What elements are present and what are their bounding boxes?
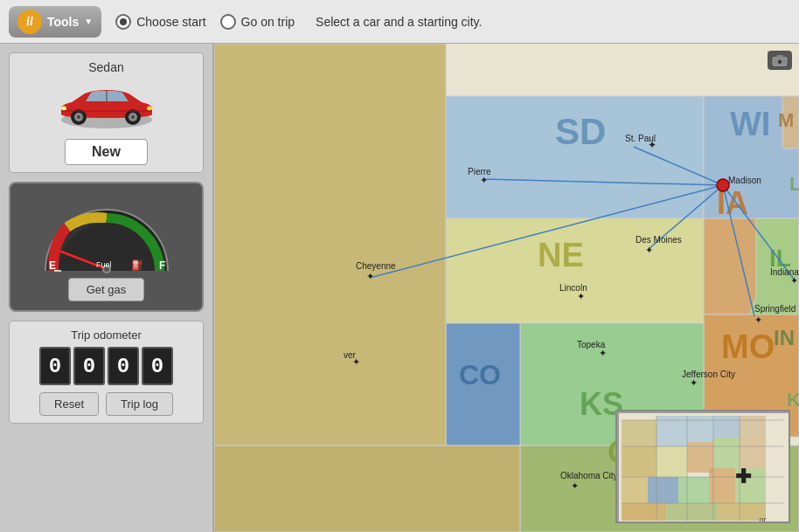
svg-point-9	[147, 107, 152, 111]
map-area[interactable]: SD WI NE IA IL IN MO KS CO OK M	[214, 44, 799, 532]
svg-text:✚: ✚	[735, 466, 752, 487]
svg-text:⛽: ⛽	[131, 259, 143, 271]
svg-text:Oklahoma City: Oklahoma City	[560, 471, 618, 480]
svg-rect-84	[678, 477, 709, 503]
svg-point-8	[61, 107, 66, 111]
svg-rect-85	[709, 468, 735, 503]
svg-text:...or: ...or	[753, 515, 767, 523]
svg-rect-80	[713, 438, 740, 468]
svg-text:✦: ✦	[754, 314, 762, 325]
fuel-section: E F Fuel ⛽ Get gas	[9, 182, 204, 312]
odometer-title: Trip odometer	[17, 328, 196, 342]
svg-rect-72	[622, 420, 657, 446]
status-text: Select a car and a starting city.	[316, 15, 482, 29]
left-panel: Sedan	[0, 44, 214, 532]
svg-rect-70	[777, 55, 783, 59]
camera-icon[interactable]	[768, 51, 792, 70]
svg-text:✦: ✦	[577, 291, 585, 301]
svg-text:✦: ✦	[480, 175, 488, 185]
new-car-button[interactable]: New	[65, 139, 148, 165]
svg-rect-74	[687, 416, 713, 442]
svg-text:NE: NE	[538, 237, 584, 273]
svg-text:WI: WI	[730, 106, 770, 142]
odometer-digit-1: 0	[39, 347, 71, 385]
svg-text:MO: MO	[721, 328, 775, 365]
svg-point-69	[778, 60, 782, 64]
svg-text:F: F	[159, 259, 165, 272]
svg-rect-82	[622, 477, 648, 503]
svg-point-7	[131, 115, 135, 119]
svg-text:✦: ✦	[352, 356, 360, 367]
svg-rect-76	[740, 416, 766, 438]
svg-rect-87	[622, 503, 665, 521]
svg-point-41	[717, 179, 729, 191]
svg-text:K: K	[787, 389, 799, 411]
top-bar: il Tools ▼ Choose start Go on trip Selec…	[0, 0, 799, 44]
svg-text:Springfield: Springfield	[754, 304, 796, 314]
svg-text:Cheyenne: Cheyenne	[356, 261, 396, 271]
odometer-digit-2: 0	[73, 347, 105, 385]
svg-text:✦: ✦	[645, 245, 653, 255]
odometer-digit-3: 0	[108, 347, 139, 385]
car-image	[54, 79, 159, 132]
svg-text:✦: ✦	[366, 271, 374, 281]
get-gas-button[interactable]: Get gas	[68, 278, 145, 301]
go-on-trip-option[interactable]: Go on trip	[220, 14, 295, 30]
mini-map[interactable]: ✚ ...or	[615, 410, 790, 523]
svg-text:✦: ✦	[648, 139, 657, 151]
choose-start-option[interactable]: Choose start	[115, 14, 205, 30]
odometer-section: Trip odometer 0 0 0 0 Reset Trip log	[9, 321, 204, 424]
tools-dropdown-arrow: ▼	[84, 17, 93, 26]
odometer-digit-4: 0	[142, 347, 173, 385]
svg-text:L: L	[789, 173, 799, 195]
svg-text:SD: SD	[555, 111, 606, 152]
app-logo: il	[17, 10, 42, 34]
reset-button[interactable]: Reset	[39, 392, 99, 416]
car-type-label: Sedan	[17, 60, 196, 74]
svg-rect-77	[622, 446, 657, 477]
svg-rect-81	[740, 438, 766, 468]
svg-text:CO: CO	[459, 359, 501, 390]
svg-text:✦: ✦	[790, 275, 798, 286]
main-content: Sedan	[0, 44, 799, 532]
svg-text:Madison: Madison	[728, 176, 761, 185]
car-section: Sedan	[9, 52, 204, 173]
svg-rect-88	[665, 503, 718, 521]
svg-point-4	[77, 115, 80, 119]
trip-log-button[interactable]: Trip log	[106, 392, 173, 416]
choose-start-radio[interactable]	[115, 14, 131, 30]
tools-label: Tools	[47, 15, 79, 29]
svg-text:✦: ✦	[690, 377, 698, 388]
svg-text:IN: IN	[774, 326, 795, 349]
choose-start-label: Choose start	[136, 15, 205, 29]
svg-text:E: E	[49, 259, 56, 272]
svg-text:M: M	[778, 109, 794, 131]
fuel-gauge: E F Fuel ⛽	[37, 192, 177, 271]
svg-rect-75	[713, 416, 740, 438]
svg-text:Fuel: Fuel	[96, 260, 112, 269]
svg-text:✦: ✦	[571, 480, 579, 491]
tools-menu[interactable]: il Tools ▼	[9, 6, 101, 38]
odometer-buttons: Reset Trip log	[17, 392, 196, 416]
svg-text:✦: ✦	[599, 348, 607, 358]
svg-rect-83	[648, 477, 678, 503]
svg-text:Des Moines: Des Moines	[636, 235, 682, 245]
odometer-display: 0 0 0 0	[17, 347, 196, 385]
go-on-trip-radio[interactable]	[220, 14, 236, 30]
svg-rect-78	[657, 446, 687, 477]
go-on-trip-label: Go on trip	[241, 15, 295, 29]
